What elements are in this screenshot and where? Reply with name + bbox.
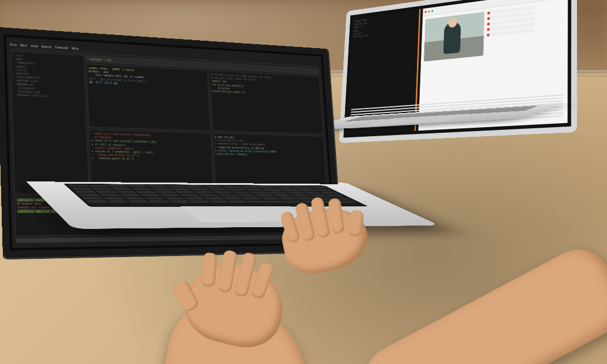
list-item xyxy=(487,28,535,37)
menu-item: Edit xyxy=(20,43,28,47)
script-pane: # Create a tiny cli that prints the args… xyxy=(209,70,324,135)
tab-indicator-icon xyxy=(425,11,427,13)
code-line: pages/ xyxy=(13,64,83,71)
tab-indicator-icon xyxy=(431,10,433,12)
finger xyxy=(201,252,217,287)
menu-item: Terminal xyxy=(55,45,68,50)
background-laptop: index.html styles.css main.js api/ asset… xyxy=(335,0,577,207)
list-item xyxy=(487,11,535,20)
video-thumbnail xyxy=(424,12,484,62)
photo-scene: index.html styles.css main.js api/ asset… xyxy=(0,0,607,364)
code-line: components/ xyxy=(12,60,82,68)
code-line: ▸ public/ xyxy=(13,71,83,78)
finger xyxy=(347,210,364,237)
list-item xyxy=(487,16,535,26)
code-line: app/ xyxy=(12,57,82,64)
git-log-pane: commit 4f2a… (HEAD -> main)Author: dev f… xyxy=(86,63,210,131)
code-line: utils/ xyxy=(13,68,83,75)
code-line: ▸ src/ xyxy=(12,53,82,60)
code-line: webpack.config.js xyxy=(14,93,84,99)
file-tree-pane: ▸ src/ app/ components/ pages/ utils/▸ p… xyxy=(10,51,89,194)
menu-item: View xyxy=(31,44,37,48)
tab-indicator-icon xyxy=(428,10,430,12)
foreground-laptop: File Edit View Search Terminal Help ▸ sr… xyxy=(0,25,368,364)
menu-item: Help xyxy=(72,46,79,51)
code-line: .gitignore xyxy=(14,85,84,92)
code-line: tsconfig.json xyxy=(14,89,84,96)
list-item xyxy=(487,22,535,32)
menu-item: File xyxy=(10,42,17,47)
code-line: ▸ node_modules/ xyxy=(13,75,83,81)
list-item xyxy=(487,5,535,15)
menu-item: Search xyxy=(41,44,51,49)
code-line: package.json xyxy=(13,79,83,85)
devserver-pane: $ npm run dev> project@1.0.0 dev> webpac… xyxy=(212,133,327,195)
active-tab-label: ~/project — vim xyxy=(89,57,111,62)
code-line: README.md xyxy=(14,82,84,89)
